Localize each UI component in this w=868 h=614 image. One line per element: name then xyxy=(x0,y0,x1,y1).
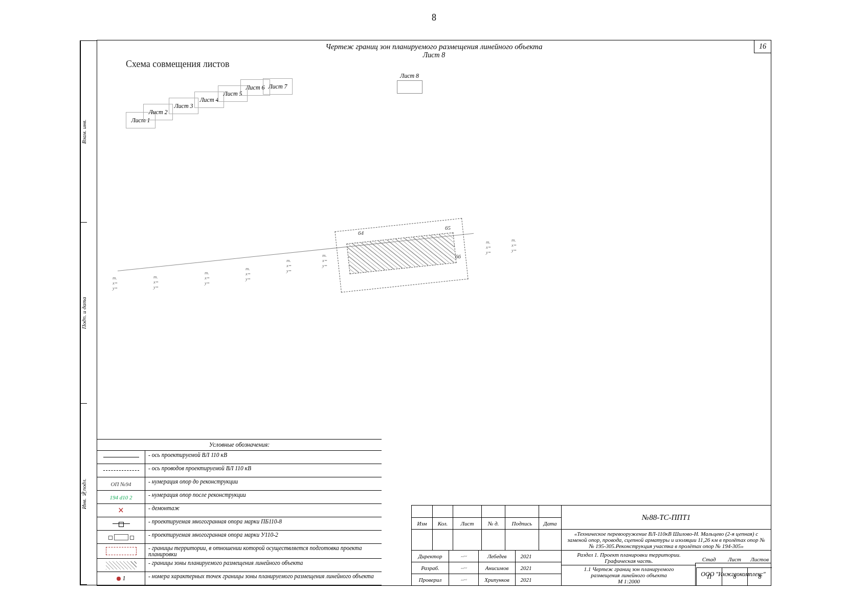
legend-symbol xyxy=(97,531,145,543)
legend-text: - границы территории, в отношении которо… xyxy=(145,544,382,558)
tb-cell xyxy=(505,506,539,517)
tb-head-date: Дата xyxy=(539,518,561,529)
legend-symbol: × xyxy=(97,504,145,517)
binding-cell: Взам. инв. xyxy=(80,41,87,223)
legend-row: 194 d10 2- нумерация опор после реконстр… xyxy=(97,491,382,504)
signer-name: Хрипунков xyxy=(478,574,515,585)
signer-sig: ~~ xyxy=(449,551,478,562)
legend-row: - проектируемая многогранная опора марки… xyxy=(97,531,382,544)
survey-point: т.x=y= xyxy=(511,238,517,253)
signer-sig: ~~ xyxy=(449,562,478,574)
legend-symbol: 1 xyxy=(97,572,145,585)
legend-row: - границы зоны планируемого размещения л… xyxy=(97,559,382,572)
tb-head-izm: Изм xyxy=(412,518,432,529)
signer-name: Анисимов xyxy=(478,562,515,574)
tb-cell xyxy=(481,506,505,517)
tb-head-doc: № д. xyxy=(481,518,505,529)
legend-row: - границы территории, в отношении которо… xyxy=(97,544,382,559)
signer-name: Лебедев xyxy=(478,551,515,562)
legend-text: - проектируемая многогранная опора марки… xyxy=(145,531,382,543)
tb-head-podp: Подпись xyxy=(505,518,539,529)
drawing-frame: 16 Чертеж границ зон планируемого размещ… xyxy=(97,40,771,586)
sheet-number-badge: 16 xyxy=(754,40,771,53)
page-number: 8 xyxy=(0,0,868,23)
binding-cell: Подп. и дата xyxy=(80,223,87,404)
tower-label: 65 xyxy=(445,225,451,231)
legend-symbol xyxy=(97,451,145,464)
doc-code: №88-ТС-ППТ1 xyxy=(561,506,771,529)
legend-text: - ось проектируемой ВЛ 110 кВ xyxy=(145,451,382,464)
signer-year: 2021 xyxy=(515,562,537,574)
survey-point: т.x=y= xyxy=(486,240,491,255)
survey-point: т.x=y= xyxy=(286,258,292,274)
section-title: Раздел 1. Проект планировки территории. xyxy=(577,552,680,558)
legend-text: - границы зоны планируемого размещения л… xyxy=(145,559,382,572)
scale: М 1:2000 xyxy=(618,578,640,584)
legend-text: - ось проводов проектируемой ВЛ 110 кВ xyxy=(145,464,382,477)
legend-row: - проектируемая многогранная опора марки… xyxy=(97,517,382,531)
signer-year: 2021 xyxy=(515,574,537,585)
legend-text: - демонтаж xyxy=(145,504,382,517)
signer-sig: ~~ xyxy=(449,574,478,585)
legend-title: Условные обозначения: xyxy=(97,440,382,451)
binding-strip: Взам. инв. Подп. и дата Инв. №подл. xyxy=(80,40,97,585)
project-description: «Техническое перевооружение ВЛ-110кВ Шил… xyxy=(561,530,771,550)
legend-symbol xyxy=(97,559,145,572)
layout-sheet: Лист 7 xyxy=(263,78,293,95)
plan-drawing: 64 65 66 т.x=y= т.x=y= т.x=y= т.x=y= т.x… xyxy=(118,209,568,332)
drawing-title: Чертеж границ зон планируемого размещени… xyxy=(97,42,771,51)
survey-point: т.x=y= xyxy=(322,253,327,269)
legend-symbol: ОП №94 xyxy=(97,477,145,490)
drawing-subtitle: 1.1 Чертеж границ зон планируемого xyxy=(584,566,674,572)
title-block: Изм Кол. Лист № д. Подпись Дата №88-ТС-П… xyxy=(411,505,771,586)
tb-head-list: Лист xyxy=(453,518,481,529)
legend-row: ОП №94- нумерация опор до реконструкции xyxy=(97,477,382,491)
survey-point: т.x=y= xyxy=(205,271,210,286)
graphic-part: Графическая часть. xyxy=(605,558,653,564)
layout-diagram-title: Схема совмещения листов xyxy=(126,59,230,70)
survey-point: т.x=y= xyxy=(153,275,159,290)
survey-point: т.x=y= xyxy=(246,267,251,282)
signer-role: Директор xyxy=(412,551,449,562)
legend-text: - номера характерных точек границы зоны … xyxy=(145,572,382,585)
legend-row: 1- номера характерных точек границы зоны… xyxy=(97,572,382,585)
tb-cell xyxy=(432,506,453,517)
legend-row: ×- демонтаж xyxy=(97,504,382,517)
legend-row: - ось проектируемой ВЛ 110 кВ xyxy=(97,451,382,464)
current-sheet-label: Лист 8 xyxy=(400,72,419,80)
legend-symbol: 194 d10 2 xyxy=(97,491,145,503)
legend-symbol xyxy=(97,544,145,558)
signer-role: Проверил xyxy=(412,574,449,585)
drawing-sheet-label: Лист 8 xyxy=(97,51,771,59)
tb-head-kol: Кол. xyxy=(432,518,453,529)
signer-year: 2021 xyxy=(515,551,537,562)
survey-point: т.x=y= xyxy=(113,276,118,291)
tb-cell xyxy=(539,506,561,517)
legend: Условные обозначения: - ось проектируемо… xyxy=(97,439,382,585)
legend-row: - ось проводов проектируемой ВЛ 110 кВ xyxy=(97,464,382,477)
tb-cell xyxy=(453,506,481,517)
binding-cell: Инв. №подл. xyxy=(80,404,87,585)
tb-cell xyxy=(412,506,432,517)
tower-label: 66 xyxy=(455,253,461,259)
drawing-subtitle: размещения линейного объекта xyxy=(591,572,667,578)
signer-role: Разраб. xyxy=(412,562,449,574)
current-sheet-marker xyxy=(397,80,422,94)
legend-symbol xyxy=(97,464,145,477)
legend-symbol xyxy=(97,517,145,530)
legend-text: - нумерация опор после реконструкции xyxy=(145,491,382,503)
legend-text: - нумерация опор до реконструкции xyxy=(145,477,382,490)
legend-text: - проектируемая многогранная опора марки… xyxy=(145,517,382,530)
tower-label: 64 xyxy=(358,230,364,236)
company-name: ООО "Инжгеокомплекс" xyxy=(695,563,771,585)
